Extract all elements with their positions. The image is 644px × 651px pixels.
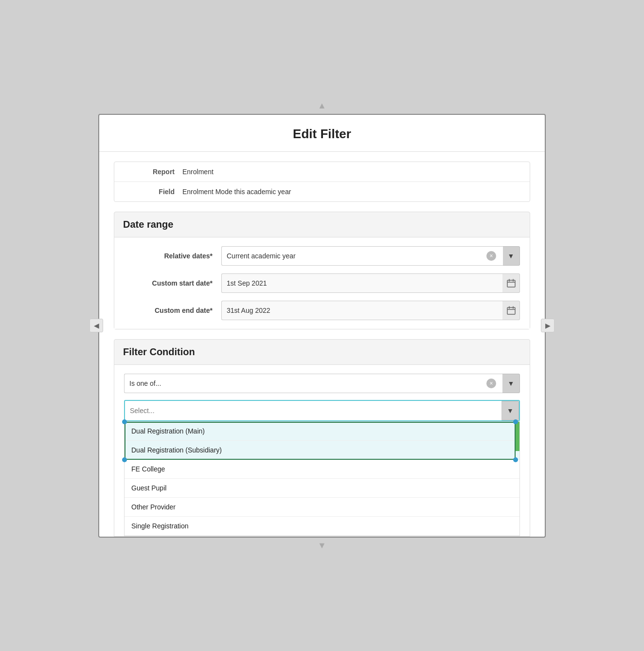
- dropdown-item[interactable]: Dual Registration (Main): [125, 422, 519, 441]
- relative-dates-control: Current academic year × ▼: [221, 246, 520, 266]
- custom-end-field[interactable]: 31st Aug 2022: [221, 301, 503, 320]
- relative-dates-value: Current academic year: [227, 252, 486, 260]
- info-table: Report Enrolment Field Enrolment Mode th…: [114, 162, 530, 202]
- custom-end-date-row: Custom end date* 31st Aug 2022: [124, 301, 520, 320]
- custom-start-control: 1st Sep 2021: [221, 273, 520, 293]
- report-label: Report: [124, 168, 182, 176]
- custom-end-label: Custom end date*: [124, 307, 221, 314]
- selection-corner-tr[interactable]: [513, 419, 518, 424]
- field-row: Field Enrolment Mode this academic year: [114, 182, 530, 201]
- report-value: Enrolment: [182, 168, 214, 176]
- relative-dates-dropdown-btn[interactable]: ▼: [502, 246, 520, 266]
- condition-type-value: Is one of...: [129, 380, 486, 387]
- search-dropdown-btn[interactable]: ▼: [501, 401, 519, 420]
- dropdown-item[interactable]: Single Registration: [125, 517, 519, 536]
- search-input[interactable]: [125, 407, 501, 415]
- condition-type-row: Is one of... × ▼: [124, 374, 520, 393]
- date-range-body: Relative dates* Current academic year × …: [114, 237, 530, 329]
- edit-filter-modal: Edit Filter Report Enrolment Field Enrol…: [98, 114, 546, 538]
- dropdown-list: Dual Registration (Main)Dual Registratio…: [124, 421, 520, 536]
- filter-condition-section: Filter Condition Is one of... × ▼: [114, 339, 530, 537]
- relative-dates-row: Relative dates* Current academic year × …: [124, 246, 520, 266]
- custom-end-control: 31st Aug 2022: [221, 301, 520, 320]
- custom-start-value: 1st Sep 2021: [227, 279, 498, 287]
- field-label: Field: [124, 188, 182, 196]
- left-nav-arrow[interactable]: ◀: [89, 319, 103, 332]
- svg-rect-4: [507, 307, 515, 314]
- custom-end-calendar-btn[interactable]: [502, 301, 520, 320]
- filter-condition-title: Filter Condition: [114, 340, 530, 365]
- condition-type-select[interactable]: Is one of... ×: [124, 374, 503, 393]
- field-value: Enrolment Mode this academic year: [182, 188, 291, 196]
- selection-corner-tl[interactable]: [122, 419, 127, 424]
- search-input-wrapper: ▼: [124, 400, 520, 421]
- filter-condition-body: Is one of... × ▼ ▼: [114, 365, 530, 536]
- custom-start-date-row: Custom start date* 1st Sep 2021: [124, 273, 520, 293]
- condition-dropdown-btn[interactable]: ▼: [502, 374, 520, 393]
- right-nav-arrow[interactable]: ▶: [541, 319, 555, 332]
- bottom-nav-arrow: ▼: [98, 541, 546, 551]
- report-row: Report Enrolment: [114, 162, 530, 182]
- scrollbar-indicator: [516, 422, 519, 451]
- custom-start-label: Custom start date*: [124, 279, 221, 287]
- svg-rect-0: [507, 280, 515, 287]
- custom-end-value: 31st Aug 2022: [227, 307, 498, 314]
- top-nav-arrow: ▲: [98, 101, 546, 111]
- relative-dates-label: Relative dates*: [124, 252, 221, 260]
- dropdown-item[interactable]: Other Provider: [125, 498, 519, 517]
- selection-corner-bl[interactable]: [122, 457, 127, 462]
- selection-corner-br[interactable]: [513, 457, 518, 462]
- dropdown-item[interactable]: Dual Registration (Subsidiary): [125, 441, 519, 460]
- relative-dates-select[interactable]: Current academic year ×: [221, 246, 503, 266]
- custom-start-field[interactable]: 1st Sep 2021: [221, 273, 503, 293]
- date-range-title: Date range: [114, 212, 530, 237]
- custom-start-calendar-btn[interactable]: [502, 273, 520, 293]
- condition-clear-btn[interactable]: ×: [486, 379, 496, 388]
- dropdown-item[interactable]: FE College: [125, 460, 519, 479]
- modal-title: Edit Filter: [99, 115, 545, 152]
- relative-dates-clear-btn[interactable]: ×: [486, 251, 496, 261]
- date-range-section: Date range Relative dates* Current acade…: [114, 212, 530, 329]
- dropdown-item[interactable]: Guest Pupil: [125, 479, 519, 498]
